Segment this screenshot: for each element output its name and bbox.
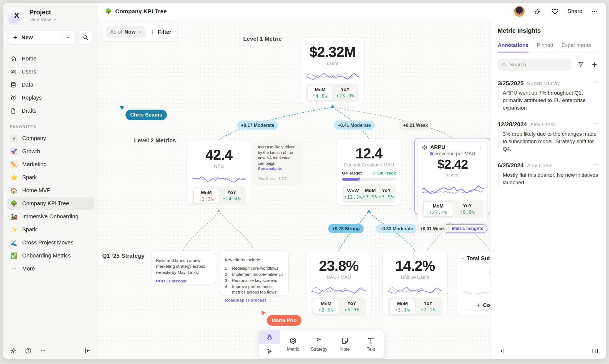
canvas-note[interactable]: Increase likely driven by the launch of … (254, 141, 300, 184)
stat-yoy[interactable]: YoY ↑23.9% (333, 85, 358, 100)
project-name: Project (29, 9, 57, 16)
sidebar-item-company[interactable]: ⚡ Company (7, 132, 94, 145)
sidebar-item-more[interactable]: More (7, 262, 94, 275)
tab-pinned[interactable]: Pinned (537, 42, 553, 52)
favorite-button[interactable] (550, 6, 560, 16)
tab-experiments[interactable]: Experiments (562, 42, 591, 52)
metric-card-drive-daily-habbits[interactable]: Drive Daily Habbits 23.8% DAU / MAU MoM … (306, 251, 371, 315)
stat-row: WoW ↑12.3% MoM ↑3.9% YoY ↑3.9% (342, 184, 396, 203)
metric-title: Total Subscriptions (467, 256, 490, 261)
canvas-toolbar: Metric Strategy Note Text (259, 330, 384, 358)
check-icon (372, 171, 376, 175)
annotation-item[interactable]: 6/25/2024 Alex Cress Mostly flat this qu… (498, 161, 599, 186)
strategy-card-marketing-revamp[interactable]: Marketing Revamp Build and launch a new … (151, 251, 216, 284)
dots-icon[interactable] (593, 161, 599, 167)
draft-file-icon (10, 108, 17, 114)
filter-annotations-button[interactable] (576, 60, 585, 69)
share-button[interactable]: Share (568, 8, 582, 14)
metric-card-total-subscriptions[interactable]: Total Subscriptions Connect (457, 251, 490, 315)
hand-tool-button[interactable] (259, 330, 280, 344)
search-input[interactable] (509, 62, 567, 68)
stat-mom[interactable]: MoM ↑27.4% (423, 201, 453, 217)
collapse-sidebar-button[interactable] (83, 346, 92, 355)
dots-icon[interactable] (593, 120, 599, 126)
metric-card-increase-engagement[interactable]: Increase Engagement 12.4 Content Creatio… (337, 139, 401, 206)
kpi-tree-canvas[interactable]: As of Now Filter Level 1 Metric Level 2 … (98, 20, 490, 359)
stat-yoy[interactable]: YoY ↑3.9% (339, 299, 365, 314)
expand-right-icon (498, 348, 505, 354)
tab-annotations[interactable]: Annotations (498, 42, 529, 52)
strategy-card-mobile-first-momentum[interactable]: Mobile-First Momentum Key efforts includ… (220, 251, 289, 296)
strategy-links[interactable]: PRD | Forecast (156, 279, 211, 284)
toggle-panel-button[interactable] (591, 347, 600, 355)
add-annotation-button[interactable] (590, 60, 599, 69)
metric-title: ARPU (430, 144, 476, 150)
user-avatar[interactable] (514, 6, 525, 17)
expand-panel-button[interactable] (497, 347, 506, 355)
sidebar-item-data[interactable]: Data (3, 78, 98, 91)
sidebar-item-spark[interactable]: ⭐ Spark (7, 171, 94, 184)
stat-mom[interactable]: MoM ↑2.6% (313, 299, 339, 314)
stat-mom[interactable]: MoM ↓1.3% (193, 188, 219, 203)
add-filter-button[interactable]: Filter (150, 29, 171, 35)
stat-yoy[interactable]: YoY ↑9.9% (453, 201, 482, 217)
new-button[interactable]: New (8, 31, 75, 44)
metric-hexagon-icon (422, 145, 427, 150)
sidebar-search-button[interactable] (78, 31, 93, 44)
kebab-menu-icon[interactable] (479, 145, 484, 150)
stat-mom[interactable]: MoM ↑4.8% (308, 85, 333, 100)
sidebar-item-users[interactable]: Users (3, 65, 98, 78)
sidebar-more-button[interactable] (39, 347, 47, 355)
chevron-down-icon[interactable] (66, 35, 70, 40)
annotations-search[interactable] (498, 59, 571, 71)
connect-data-button[interactable]: Connect (462, 300, 490, 310)
sidebar-item-growth[interactable]: 🚀 Growth (7, 145, 94, 158)
annotation-text: 3% drop likely due to the changes made t… (498, 130, 599, 153)
see-analysis-link[interactable]: See analysis (258, 166, 296, 172)
note-tool-button[interactable]: Note (332, 330, 358, 358)
strategy-tool-button[interactable]: Strategy (306, 330, 332, 358)
help-button[interactable] (24, 346, 33, 355)
stat-yoy[interactable]: YoY ↑14.4% (219, 188, 245, 203)
metric-card-arpu-selected[interactable]: ARPU Revenue per MAU $2.42 users MoM (414, 138, 490, 214)
stat-mom[interactable]: MoM ↑3.1% (389, 299, 416, 314)
sidebar-item-home-mvp[interactable]: 🏠 Home MVP (7, 184, 94, 197)
copy-link-button[interactable] (533, 7, 542, 16)
annotation-author: Alex Cress (527, 163, 590, 169)
annotation-item[interactable]: 12/28/2024 Alex Cress 3% drop likely due… (498, 120, 599, 153)
as-of-dropdown[interactable]: As of Now (106, 26, 146, 38)
sidebar-item-onboarding-metrics[interactable]: ✅ Onboarding Metrics (7, 249, 94, 262)
metric-card-increase-revenue[interactable]: Increase Revenue $2.32M users MoM ↑4.8% … (301, 37, 364, 104)
settings-button[interactable] (9, 346, 18, 355)
nav-label: Drafts (22, 108, 36, 114)
metric-insights-button[interactable]: Metric Insights (442, 224, 487, 233)
sidebar-item-company-kpi-tree[interactable]: 🌳 Company KPI Tree (7, 197, 94, 210)
stat-yoy[interactable]: YoY ↑3.9% (378, 186, 394, 201)
annotation-date: 6/25/2024 (498, 162, 524, 169)
sidebar-item-cross-project-moves[interactable]: 🌊 Cross Project Moves (7, 236, 94, 249)
stat-mom[interactable]: MoM ↑3.9% (363, 186, 378, 201)
dots-icon[interactable] (593, 79, 599, 85)
text-tool-button[interactable]: Text (358, 330, 384, 358)
project-switcher[interactable]: X Project Data View (3, 7, 98, 24)
hand-icon (266, 333, 273, 341)
sidebar-item-replays[interactable]: Replays (3, 91, 98, 104)
panel-title: Metric Insights (498, 27, 599, 34)
select-tool-button[interactable] (259, 344, 280, 358)
sidebar-item-home[interactable]: Home (3, 52, 98, 65)
sidebar-item-marketing[interactable]: ✏️ Marketing (7, 158, 94, 171)
question-icon (25, 347, 32, 354)
sidebar-item-immersive-onboarding[interactable]: 🚂 Immersive Onboarding (7, 210, 94, 223)
metric-card-30-day-retention[interactable]: 30 Day Retention 14.2% Unique Users MoM … (382, 251, 448, 315)
stat-yoy[interactable]: YoY ↑7.1% (416, 299, 441, 314)
sidebar-item-spark-2[interactable]: ✨ Spark (7, 223, 94, 236)
metric-unit: users (422, 172, 484, 178)
metric-card-customer-satisfaction[interactable]: Customer Satisfaction 42.4 NPS MoM ↓1.3%… (187, 140, 251, 204)
metric-tool-button[interactable]: Metric (280, 330, 306, 358)
sidebar-item-drafts[interactable]: Drafts (3, 104, 98, 117)
strategy-links[interactable]: Roadmap | Forecast (225, 298, 284, 303)
annotation-item[interactable]: 3/25/2025 Susan Murray ARPU went up 7% t… (498, 79, 599, 112)
topbar-more-button[interactable] (590, 7, 599, 16)
stat-wow[interactable]: WoW ↑12.3% (344, 186, 363, 201)
cursor-name-label: Maria Pho (267, 315, 301, 326)
